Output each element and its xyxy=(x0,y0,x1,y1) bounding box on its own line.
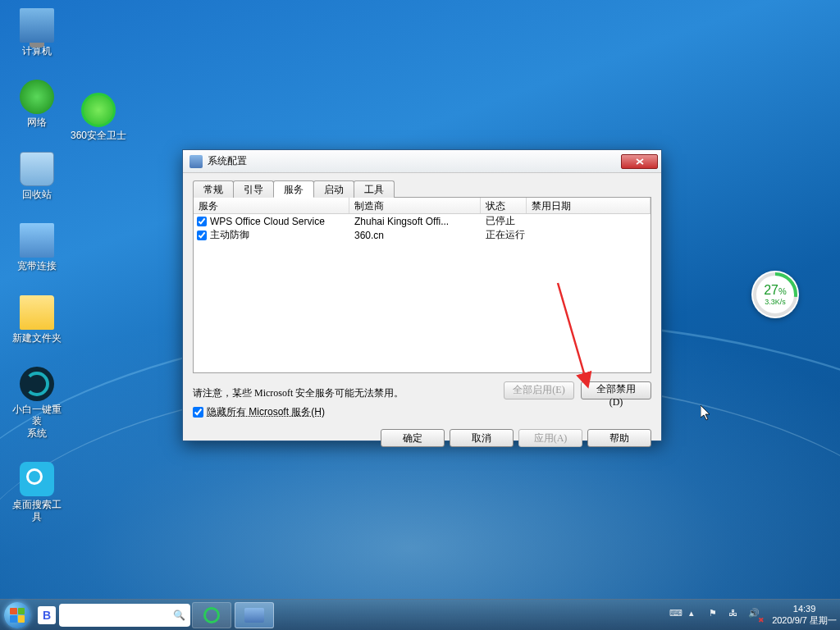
network-icon[interactable]: 🖧 xyxy=(728,608,743,623)
vendor: Zhuhai Kingsoft Offi... xyxy=(349,216,481,227)
col-status[interactable]: 状态 xyxy=(481,198,527,213)
desktop-icon-360[interactable]: 360安全卫士 xyxy=(70,93,127,141)
note-text: 请注意，某些 Microsoft 安全服务可能无法禁用。 xyxy=(193,386,404,400)
clock-date: 2020/9/7 星期一 xyxy=(772,615,837,626)
volume-icon[interactable]: 🔊✖ xyxy=(748,608,763,623)
titlebar[interactable]: 系统配置 xyxy=(183,150,661,173)
desktop-icon[interactable]: 小白一键重装系统 xyxy=(8,367,66,439)
keyboard-icon[interactable]: ⌨ xyxy=(669,608,684,623)
row-checkbox[interactable] xyxy=(197,217,207,226)
tab-3[interactable]: 启动 xyxy=(313,180,354,198)
start-button[interactable] xyxy=(0,600,34,631)
cursor-icon xyxy=(701,405,712,425)
desktop-icon-label: 回收站 xyxy=(22,189,52,200)
close-button[interactable] xyxy=(621,154,658,169)
tab-1[interactable]: 引导 xyxy=(233,180,274,198)
clock-time: 14:39 xyxy=(772,604,837,614)
network-icon xyxy=(20,80,54,114)
row-checkbox[interactable] xyxy=(197,231,207,240)
computer-icon xyxy=(20,8,54,43)
tray-chevron-icon[interactable]: ▴ xyxy=(689,608,704,623)
desktop-icon-label: 网络 xyxy=(27,116,47,128)
browser-icon xyxy=(203,607,220,623)
col-vendor[interactable]: 制造商 xyxy=(349,198,481,213)
desktop-icon-label: 小白一键重装系统 xyxy=(8,404,66,439)
desktop-icon-label: 桌面搜索工具 xyxy=(8,499,66,523)
status: 正在运行 xyxy=(481,228,527,242)
tab-pane-services: 服务 制造商 状态 禁用日期 WPS Office Cloud ServiceZ… xyxy=(193,198,651,373)
cancel-button[interactable]: 取消 xyxy=(450,429,514,447)
svg-line-2 xyxy=(558,283,587,385)
reinstall-icon xyxy=(20,367,54,401)
taskbar-search[interactable]: 🔍 xyxy=(59,604,190,627)
dialog-body: 常规引导服务启动工具 服务 制造商 状态 禁用日期 WPS Office Clo… xyxy=(183,173,661,441)
desktop-icon[interactable]: 宽带连接 xyxy=(8,223,66,272)
taskbar-item-browser[interactable] xyxy=(192,602,231,628)
tab-0[interactable]: 常规 xyxy=(193,180,234,198)
list-body: WPS Office Cloud ServiceZhuhai Kingsoft … xyxy=(194,214,651,242)
list-header: 服务 制造商 状态 禁用日期 xyxy=(194,198,651,214)
hide-ms-checkbox-input[interactable] xyxy=(193,407,203,418)
recycle-icon xyxy=(20,152,54,186)
table-row[interactable]: WPS Office Cloud ServiceZhuhai Kingsoft … xyxy=(194,214,651,228)
dialog-footer: 确定 取消 应用(A) 帮助 xyxy=(193,429,651,447)
desktop-icons: 计算机网络回收站宽带连接新建文件夹小白一键重装系统桌面搜索工具 xyxy=(8,8,66,523)
baidu-icon[interactable]: B xyxy=(38,606,56,624)
network-speed-widget[interactable]: 27% 3.3K/s xyxy=(751,271,799,318)
tab-bar: 常规引导服务启动工具 xyxy=(193,180,651,198)
shield-icon xyxy=(81,93,116,127)
mid-row: 请注意，某些 Microsoft 安全服务可能无法禁用。 全部启用(E) 全部禁… xyxy=(193,380,651,400)
window-title: 系统配置 xyxy=(208,154,621,168)
system-tray: ⌨ ▴ ⚑ 🖧 🔊✖ 14:39 2020/9/7 星期一 xyxy=(667,600,840,630)
desktop-icon-label: 360安全卫士 xyxy=(71,130,126,141)
apply-button[interactable]: 应用(A) xyxy=(518,429,582,447)
vendor: 360.cn xyxy=(349,230,481,241)
help-button[interactable]: 帮助 xyxy=(587,429,651,447)
desktop-icon[interactable]: 计算机 xyxy=(8,8,66,57)
status: 已停止 xyxy=(481,214,527,228)
desktop-icon[interactable]: 桌面搜索工具 xyxy=(8,462,66,523)
disable-all-button[interactable]: 全部禁用(D) xyxy=(581,381,651,399)
taskbar-clock[interactable]: 14:39 2020/9/7 星期一 xyxy=(772,604,837,625)
folder-icon xyxy=(20,295,54,330)
conn-icon xyxy=(20,223,54,258)
desktop-icon[interactable]: 网络 xyxy=(8,80,66,128)
table-row[interactable]: 主动防御360.cn正在运行 xyxy=(194,228,651,242)
taskbar: B 🔍 ⌨ ▴ ⚑ 🖧 🔊✖ 14:39 2020/9/7 星期一 xyxy=(0,599,840,630)
desktop-icon-label: 宽带连接 xyxy=(17,260,57,272)
app-icon xyxy=(189,155,203,168)
flag-icon[interactable]: ⚑ xyxy=(709,608,724,623)
msconfig-icon xyxy=(244,608,264,623)
ok-button[interactable]: 确定 xyxy=(381,429,445,447)
desktop-icon[interactable]: 新建文件夹 xyxy=(8,295,66,344)
desktop-icon-label: 新建文件夹 xyxy=(12,332,62,344)
search-icon xyxy=(20,462,54,496)
enable-all-button[interactable]: 全部启用(E) xyxy=(504,381,574,399)
hide-ms-label: 隐藏所有 Microsoft 服务(H) xyxy=(207,405,325,419)
service-name: 主动防御 xyxy=(210,228,249,242)
desktop-icon[interactable]: 回收站 xyxy=(8,152,66,200)
tab-2[interactable]: 服务 xyxy=(273,180,314,198)
taskbar-item-msconfig[interactable] xyxy=(235,602,274,628)
col-service[interactable]: 服务 xyxy=(194,198,349,213)
system-config-dialog: 系统配置 常规引导服务启动工具 服务 制造商 状态 禁用日期 WPS Offic… xyxy=(182,149,662,441)
tab-4[interactable]: 工具 xyxy=(354,180,395,198)
col-date[interactable]: 禁用日期 xyxy=(527,198,651,213)
hide-ms-services-checkbox[interactable]: 隐藏所有 Microsoft 服务(H) xyxy=(193,405,651,419)
service-name: WPS Office Cloud Service xyxy=(210,216,325,227)
